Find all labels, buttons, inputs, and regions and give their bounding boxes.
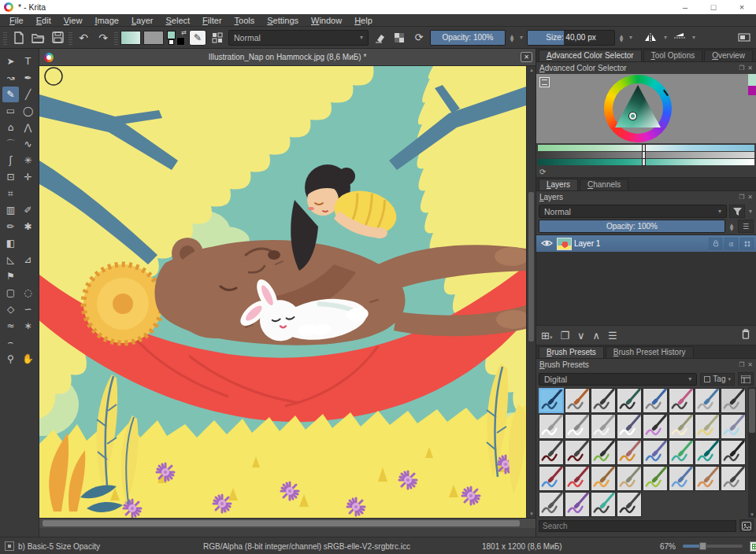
assistants-tool[interactable]: ⊿ — [20, 252, 36, 268]
similar-color-select-tool[interactable]: ≈ — [2, 318, 19, 334]
shade-bar-hue[interactable] — [538, 145, 754, 151]
brush-preset-17[interactable] — [539, 440, 564, 465]
chevron-down-icon[interactable]: ▾ — [747, 208, 754, 215]
select-shapes-tool[interactable]: ➤ — [2, 54, 19, 69]
smart-patch-tool[interactable]: ✱ — [20, 219, 36, 235]
brush-preset-31[interactable] — [695, 466, 720, 491]
canvas-viewport[interactable] — [39, 66, 526, 518]
brush-preset-29[interactable] — [643, 466, 668, 491]
colorize-mask-tool[interactable]: ✏ — [2, 219, 19, 235]
layer-lock-icon[interactable] — [709, 238, 722, 249]
layer-opacity-slider[interactable]: Opacity: 100% — [539, 220, 725, 233]
freehand-select-tool[interactable]: ∽ — [20, 301, 36, 317]
brush-preset-4[interactable] — [617, 388, 642, 413]
brush-preset-18[interactable] — [565, 440, 590, 465]
line-tool[interactable]: ╱ — [20, 87, 36, 102]
canvas-vertical-scrollbar[interactable]: ▴ ▾ — [526, 66, 536, 518]
brush-preset-34[interactable] — [565, 492, 590, 517]
pan-tool[interactable]: ✋ — [20, 351, 36, 367]
gradient-tool[interactable]: ▥ — [2, 202, 19, 218]
previous-color-swatch[interactable] — [748, 86, 756, 95]
foreground-color[interactable] — [167, 31, 176, 39]
brush-preset-35[interactable] — [591, 492, 616, 517]
brush-preset-28[interactable] — [617, 466, 642, 491]
polyline-tool[interactable]: ⋀ — [20, 120, 36, 135]
toolbar-grip[interactable] — [3, 31, 7, 45]
undo-button[interactable]: ↶ — [75, 30, 92, 46]
canvas-title-bar[interactable]: Illustration_Nap on Hammock.jpg (8,6 МиБ… — [39, 49, 536, 66]
layer-properties-icon[interactable]: ☰ — [608, 330, 617, 342]
brush-preset-22[interactable] — [669, 440, 694, 465]
background-color[interactable] — [176, 37, 185, 46]
brush-preset-2[interactable] — [565, 388, 590, 413]
opacity-spinner[interactable]: ▲▼ — [508, 34, 516, 42]
ellipse-tool[interactable]: ◯ — [20, 103, 36, 119]
menu-help[interactable]: Help — [348, 16, 379, 25]
brush-preset-30[interactable] — [669, 466, 694, 491]
brush-preset-32[interactable] — [721, 466, 746, 491]
tag-toggle-button[interactable]: Tag ▾ — [700, 373, 735, 386]
zoom-tool[interactable]: ⚲ — [2, 351, 19, 367]
brush-preset-36[interactable] — [617, 492, 642, 517]
brush-preset-23[interactable] — [695, 440, 720, 465]
menu-layer[interactable]: Layer — [125, 16, 160, 25]
float-docker-icon[interactable]: ❐ — [739, 65, 744, 72]
opacity-slider[interactable]: Opacity: 100% — [430, 30, 506, 46]
presets-view-mode-button[interactable] — [738, 372, 754, 386]
polygon-tool[interactable]: ⌂ — [2, 120, 19, 135]
menu-edit[interactable]: Edit — [30, 16, 57, 25]
menu-tools[interactable]: Tools — [228, 16, 261, 25]
brush-search-input[interactable] — [539, 520, 736, 532]
brush-preset-5[interactable] — [643, 388, 668, 413]
blending-mode-select[interactable]: Normal ▾ — [228, 30, 369, 46]
transform-tool[interactable]: ⊡ — [2, 169, 19, 185]
brush-grid-scrollbar[interactable]: ▾ — [748, 387, 756, 518]
move-layer-up-button[interactable]: ∧ — [593, 330, 601, 342]
menu-file[interactable]: File — [3, 16, 30, 25]
menu-settings[interactable]: Settings — [261, 16, 305, 25]
minimize-button[interactable]: – — [671, 0, 699, 14]
advanced-color-selector[interactable] — [536, 74, 756, 143]
color-profile[interactable]: RGB/Alpha (8-bit integer/channel) sRGB-e… — [203, 542, 410, 551]
maximize-button[interactable]: □ — [699, 0, 728, 14]
brush-preset-25[interactable] — [539, 466, 564, 491]
reference-images-tool[interactable]: ⚑ — [2, 268, 19, 284]
multibrush-tool[interactable]: ✳ — [20, 153, 36, 168]
contiguous-select-tool[interactable]: ∗ — [20, 318, 36, 334]
brush-preset-9[interactable] — [539, 414, 564, 439]
import-resource-button[interactable] — [739, 519, 754, 532]
new-document-button[interactable] — [9, 30, 27, 46]
foreground-background-colors[interactable]: ⇄ — [166, 29, 187, 46]
brush-preset-33[interactable] — [539, 492, 564, 517]
save-button[interactable] — [49, 30, 66, 46]
color-selector-settings-icon[interactable] — [539, 77, 550, 87]
bezier-select-tool[interactable]: ⌢ — [2, 334, 19, 350]
zoom-to-fit-icon[interactable] — [750, 541, 756, 552]
swap-colors-icon[interactable]: ⇄ — [181, 29, 187, 36]
text-tool[interactable]: T — [20, 54, 36, 69]
brush-preset-14[interactable] — [669, 414, 694, 439]
hue-ring[interactable] — [604, 75, 672, 142]
gradient-chooser[interactable] — [120, 31, 141, 45]
tab-brush-presets[interactable]: Brush Presets — [539, 346, 604, 358]
layer-thumbnail[interactable] — [557, 238, 572, 250]
move-tool[interactable]: ✛ — [20, 169, 36, 185]
tab-advanced-color-selector[interactable]: Advanced Color Selector — [539, 50, 642, 61]
rectangular-select-tool[interactable]: ▢ — [2, 285, 19, 301]
brush-preset-20[interactable] — [617, 440, 642, 465]
layer-filter-button[interactable] — [729, 205, 745, 218]
close-docker-icon[interactable]: ✕ — [747, 361, 753, 368]
chevron-down-icon[interactable]: ▾ — [691, 34, 697, 41]
layer-row[interactable]: Layer 1 α — [536, 235, 756, 252]
brush-preset-status-icon[interactable] — [5, 541, 14, 551]
tab-brush-preset-history[interactable]: Brush Preset History — [606, 346, 694, 358]
color-sampler-tool[interactable]: ✐ — [20, 202, 36, 218]
menu-image[interactable]: Image — [88, 16, 125, 25]
edit-shapes-tool[interactable]: ↝ — [2, 70, 19, 86]
duplicate-layer-button[interactable]: ❐ — [560, 330, 569, 342]
size-slider[interactable]: Size: 40,00 px — [527, 30, 615, 46]
brush-preset-12[interactable] — [617, 414, 642, 439]
brush-preset-27[interactable] — [591, 466, 616, 491]
open-document-button[interactable] — [29, 30, 46, 46]
refresh-shades-icon[interactable]: ⟳ — [539, 168, 546, 176]
